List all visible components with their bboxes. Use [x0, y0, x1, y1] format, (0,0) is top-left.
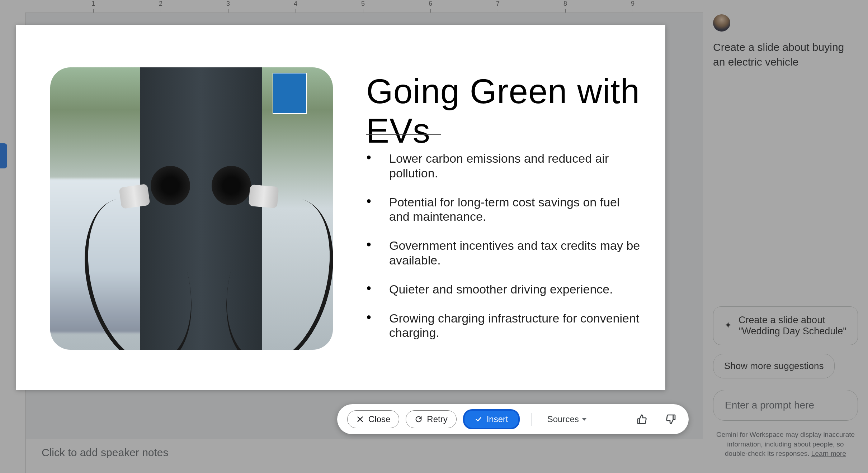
retry-label: Retry	[427, 414, 447, 424]
title-underline	[366, 134, 441, 135]
prompt-placeholder: Enter a prompt here	[725, 400, 814, 411]
thumbs-up-icon	[636, 414, 648, 425]
insert-label: Insert	[487, 414, 508, 424]
slide-bullets: Lower carbon emissions and reduced air p…	[366, 151, 642, 354]
ruler-h-tick: 5	[361, 0, 365, 13]
sources-dropdown[interactable]: Sources	[543, 411, 591, 427]
user-avatar	[713, 14, 730, 32]
ruler-h-tick: 8	[563, 0, 567, 13]
disclaimer-text: Gemini for Workspace may display inaccur…	[713, 430, 858, 459]
suggestion-label: Create a slide about "Wedding Day Schedu…	[739, 315, 848, 337]
generated-slide-preview: Going Green with EVs Lower carbon emissi…	[16, 25, 665, 390]
close-button[interactable]: Close	[347, 410, 399, 428]
slide-action-bar: Close Retry Insert Sources	[337, 404, 689, 434]
close-label: Close	[368, 414, 390, 424]
bullet-item: Potential for long-term cost savings on …	[366, 195, 642, 224]
insert-button[interactable]: Insert	[463, 409, 520, 429]
check-icon	[475, 415, 482, 423]
ruler-h-tick: 1	[91, 0, 95, 13]
bullet-item: Quieter and smoother driving experience.	[366, 282, 642, 297]
dropdown-triangle-icon	[582, 418, 587, 421]
divider	[531, 413, 532, 426]
retry-button[interactable]: Retry	[406, 410, 456, 428]
sources-label: Sources	[547, 414, 579, 424]
ruler-h-tick: 2	[159, 0, 162, 13]
sparkle-icon	[723, 321, 733, 330]
thumbs-down-icon	[665, 414, 676, 425]
speaker-notes-placeholder: Click to add speaker notes	[42, 446, 169, 458]
show-more-suggestions-button[interactable]: Show more suggestions	[713, 354, 835, 378]
bullet-item: Growing charging infrastructure for conv…	[366, 311, 642, 340]
thumbs-down-button[interactable]	[663, 411, 679, 427]
ruler-h-tick: 4	[294, 0, 297, 13]
thumbs-up-button[interactable]	[634, 411, 650, 427]
ruler-h-tick: 7	[496, 0, 500, 13]
show-more-label: Show more suggestions	[724, 360, 824, 372]
suggestion-chip[interactable]: Create a slide about "Wedding Day Schedu…	[713, 306, 858, 345]
gemini-side-panel: Create a slide about buying an electric …	[703, 0, 868, 473]
bullet-item: Lower carbon emissions and reduced air p…	[366, 151, 642, 181]
slide-title: Going Green with EVs	[366, 72, 665, 150]
ruler-h-tick: 6	[429, 0, 432, 13]
slide-image	[50, 67, 333, 350]
ruler-h-tick: 9	[631, 0, 635, 13]
learn-more-link[interactable]: Learn more	[811, 450, 846, 457]
retry-icon	[415, 415, 423, 423]
thumbnail-selection-indicator	[0, 143, 7, 168]
close-icon	[356, 415, 364, 423]
prompt-input[interactable]: Enter a prompt here	[713, 390, 858, 421]
bullet-item: Government incentives and tax credits ma…	[366, 238, 642, 268]
ruler-h-tick: 3	[226, 0, 230, 13]
user-prompt-text: Create a slide about buying an electric …	[713, 40, 858, 69]
